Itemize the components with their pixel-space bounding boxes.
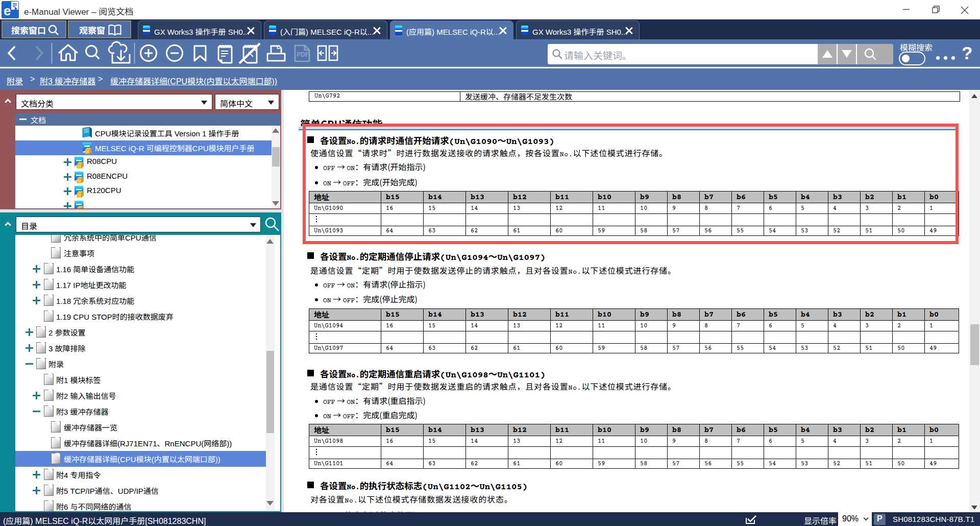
svg-text:e: e (4, 3, 11, 18)
svg-text:PDF: PDF (297, 51, 309, 58)
